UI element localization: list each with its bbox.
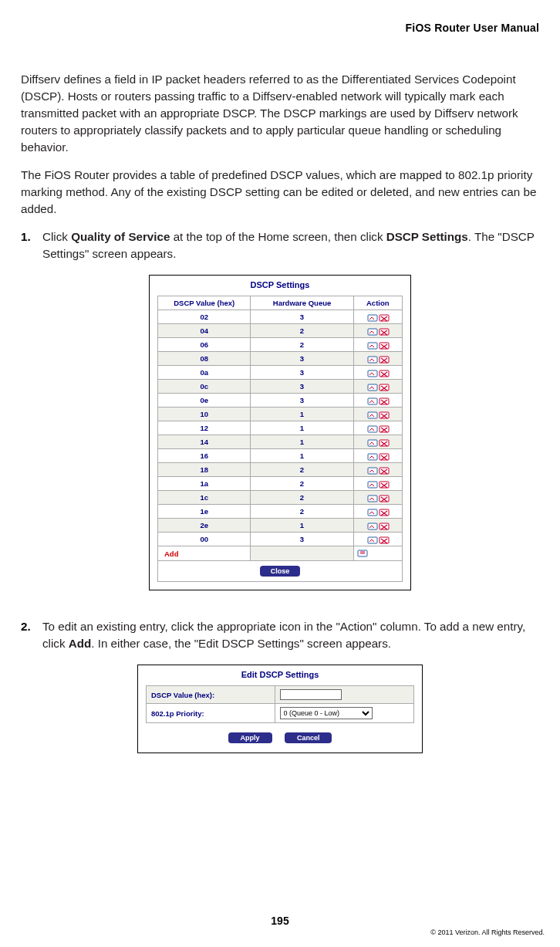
dscp-value-cell: 1c [158, 491, 251, 505]
action-cell [353, 324, 402, 338]
hw-queue-cell: 1 [251, 408, 353, 421]
edit-icon[interactable] [367, 466, 376, 474]
dscp-value-input[interactable] [280, 689, 342, 700]
delete-icon[interactable] [379, 397, 388, 404]
dscp-value-cell: 0e [158, 394, 251, 408]
delete-icon[interactable] [379, 424, 388, 432]
svg-rect-57 [380, 509, 389, 516]
page-number: 195 [0, 915, 560, 927]
edit-dscp-figure: Edit DSCP Settings DSCP Value (hex): 802… [137, 665, 423, 753]
delete-icon[interactable] [379, 369, 388, 377]
step-1: 1. Click Quality of Service at the top o… [21, 228, 539, 262]
action-cell [353, 421, 402, 435]
edit-icon[interactable] [367, 313, 376, 321]
edit-icon[interactable] [367, 494, 376, 502]
delete-icon[interactable] [379, 466, 388, 474]
svg-rect-9 [380, 343, 389, 349]
edit-icon[interactable] [367, 341, 376, 349]
col-dscp-value: DSCP Value (hex) [158, 296, 251, 310]
table-row: 121 [158, 421, 403, 435]
dscp-value-cell: 04 [158, 324, 251, 338]
intro-para-2: The FiOS Router provides a table of pred… [21, 167, 539, 218]
svg-rect-49 [380, 482, 389, 488]
table-row: 2e1 [158, 519, 403, 533]
dscp-value-cell: 08 [158, 352, 251, 366]
delete-icon[interactable] [379, 341, 388, 349]
hw-queue-cell: 1 [251, 421, 353, 435]
action-cell [353, 477, 402, 491]
action-cell [353, 408, 402, 421]
cancel-button[interactable]: Cancel [285, 732, 332, 743]
intro-para-1: Diffserv defines a field in IP packet he… [21, 71, 539, 156]
add-icon[interactable] [357, 549, 399, 558]
col-hw-queue: Hardware Queue [251, 296, 353, 310]
delete-icon[interactable] [379, 452, 388, 460]
svg-rect-45 [380, 468, 389, 474]
delete-icon[interactable] [379, 494, 388, 502]
delete-icon[interactable] [379, 508, 388, 516]
svg-rect-37 [380, 440, 389, 446]
copyright-text: © 2011 Verizon. All Rights Reserved. [430, 928, 545, 936]
delete-icon[interactable] [379, 383, 388, 391]
edit-icon[interactable] [367, 508, 376, 516]
priority-select[interactable]: 0 (Queue 0 - Low) [280, 707, 373, 719]
edit-icon[interactable] [367, 424, 376, 432]
action-cell [353, 366, 402, 380]
close-button[interactable]: Close [260, 566, 301, 577]
svg-rect-1 [380, 315, 389, 321]
step-2: 2. To edit an existing entry, click the … [21, 618, 539, 652]
delete-icon[interactable] [379, 522, 388, 529]
svg-rect-17 [380, 370, 389, 377]
edit-icon[interactable] [367, 411, 376, 418]
delete-icon[interactable] [379, 327, 388, 335]
action-cell [353, 352, 402, 366]
step-2-bold: Add [69, 637, 92, 650]
table-row: 1e2 [158, 505, 403, 519]
edit-icon[interactable] [367, 480, 376, 488]
edit-icon[interactable] [367, 438, 376, 446]
step-2-number: 2. [21, 618, 35, 652]
delete-icon[interactable] [379, 438, 388, 446]
dscp-value-cell: 1a [158, 477, 251, 491]
edit-icon[interactable] [367, 327, 376, 335]
edit-icon[interactable] [367, 355, 376, 363]
delete-icon[interactable] [379, 536, 388, 543]
hw-queue-cell: 2 [251, 505, 353, 519]
delete-icon[interactable] [379, 355, 388, 363]
delete-icon[interactable] [379, 313, 388, 321]
delete-icon[interactable] [379, 480, 388, 488]
svg-rect-53 [380, 495, 389, 502]
hw-queue-cell: 3 [251, 380, 353, 394]
step-1-bold1: Quality of Service [71, 230, 170, 243]
edit-icon[interactable] [367, 383, 376, 391]
dscp-value-cell: 12 [158, 421, 251, 435]
svg-rect-21 [380, 384, 389, 391]
dscp-value-label: DSCP Value (hex): [147, 686, 275, 704]
add-link[interactable]: Add [158, 546, 251, 561]
svg-rect-25 [380, 398, 389, 404]
svg-rect-29 [380, 412, 389, 418]
edit-icon[interactable] [367, 369, 376, 377]
step-2-post: . In either case, the "Edit DSCP Setting… [91, 637, 391, 650]
edit-icon[interactable] [367, 452, 376, 460]
step-1-bold2: DSCP Settings [386, 230, 468, 243]
hw-queue-cell: 2 [251, 324, 353, 338]
table-row: 1c2 [158, 491, 403, 505]
hw-queue-cell: 2 [251, 463, 353, 477]
col-action: Action [353, 296, 402, 310]
dscp-value-cell: 02 [158, 310, 251, 324]
dscp-value-cell: 1e [158, 505, 251, 519]
table-row: 0e3 [158, 394, 403, 408]
edit-icon[interactable] [367, 536, 376, 543]
edit-dscp-title: Edit DSCP Settings [146, 670, 414, 679]
action-cell [353, 394, 402, 408]
edit-icon[interactable] [367, 522, 376, 529]
svg-rect-5 [380, 329, 389, 335]
dscp-value-cell: 14 [158, 435, 251, 449]
action-cell [353, 463, 402, 477]
edit-icon[interactable] [367, 397, 376, 404]
dscp-value-cell: 18 [158, 463, 251, 477]
action-cell [353, 380, 402, 394]
apply-button[interactable]: Apply [228, 732, 272, 743]
delete-icon[interactable] [379, 411, 388, 418]
